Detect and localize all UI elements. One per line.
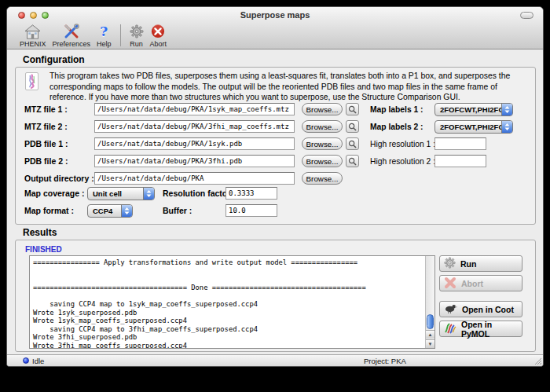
pymol-ribbon-icon [444,322,456,335]
status-indicator-icon [23,357,29,364]
pdb-file-2-row: PDB file 2 : Browse... [24,154,359,168]
toolbar-toggle-button[interactable] [520,12,534,19]
app-window: Superpose maps PHENIX Preferences ? Help [6,6,544,367]
results-heading: Results [23,227,57,238]
resolution-factor-label: Resolution factor : [163,189,226,198]
toolbar-separator [120,24,121,46]
map-format-row: Map format : CCP4 Buffer : [24,203,277,218]
console-text: ================ Apply transformations a… [30,256,425,348]
question-mark-icon: ? [100,24,108,39]
run-button-label: Run [460,259,476,269]
pdb-file-1-browse-button[interactable]: Browse... [302,137,343,150]
map-coverage-label: Map coverage : [24,189,87,198]
high-resolution-1-row: High resolution 1 : [370,137,486,151]
console-scrollbar[interactable]: ▲ ▼ [425,256,434,348]
title-bar[interactable]: Superpose maps [7,7,543,23]
tools-icon [64,24,79,39]
map-labels-2-label: Map labels 2 : [370,123,434,131]
map-labels-2-dropdown[interactable]: 2FOFCWT,PHI2FOF... [434,120,513,134]
mtz-file-1-input[interactable] [94,103,295,115]
buffer-input[interactable] [226,204,277,217]
mtz-file-1-browse-button[interactable]: Browse... [302,103,343,115]
coot-bird-icon [444,303,457,315]
abort-cross-icon [444,277,456,291]
map-format-value: CCP4 [93,207,112,215]
open-in-coot-label: Open in Coot [462,305,514,314]
status-text: Idle [32,357,44,365]
high-resolution-1-label: High resolution 1 : [370,140,434,148]
map-format-dropdown[interactable]: CCP4 [87,204,133,218]
high-resolution-2-row: High resolution 2 : [370,154,486,168]
gear-icon [444,257,456,270]
output-directory-browse-button[interactable]: Browse... [302,172,343,185]
pdb-file-2-input[interactable] [94,155,295,167]
magnifier-icon[interactable] [346,155,359,167]
map-labels-1-dropdown[interactable]: 2FOFCWT,PHI2FOF... [434,103,513,116]
results-panel: FINISHED ================ Apply transfor… [15,240,536,352]
mtz-file-2-browse-button[interactable]: Browse... [302,120,343,133]
mtz-file-2-row: MTZ file 2 : Browse... [24,119,359,134]
open-in-pymol-button[interactable]: Open in PyMOL [439,321,522,337]
chevron-updown-icon [501,104,512,115]
toolbar-run-button[interactable]: Run [126,23,147,48]
open-in-coot-button[interactable]: Open in Coot [439,301,522,317]
scroll-down-button[interactable]: ▼ [426,339,434,348]
chevron-updown-icon [143,188,154,200]
toolbar-preferences-label: Preferences [53,40,91,48]
mtz-file-1-label: MTZ file 1 : [24,104,94,114]
magnifier-icon[interactable] [346,137,359,150]
toolbar-help-button[interactable]: ? Help [94,23,115,48]
abort-icon [151,24,165,39]
resolution-factor-input[interactable] [226,187,277,200]
output-directory-row: Output directory : Browse... [24,171,343,185]
configuration-panel: This program takes two PDB files, superp… [15,67,536,225]
map-labels-2-row: Map labels 2 : 2FOFCWT,PHI2FOF... [370,119,513,134]
resize-grip[interactable] [534,357,541,365]
window-title: Superpose maps [7,10,543,20]
buffer-label: Buffer : [163,206,226,215]
gear-icon [130,24,144,39]
toolbar-phenix-label: PHENIX [20,40,46,48]
protein-ribbon-icon [25,72,38,90]
pdb-file-2-label: PDB file 2 : [24,156,94,166]
run-button[interactable]: Run [439,255,522,272]
toolbar-abort-label: Abort [150,40,167,48]
open-in-pymol-label: Open in PyMOL [461,320,522,339]
configuration-heading: Configuration [23,54,85,65]
mtz-file-1-row: MTZ file 1 : Browse... [24,102,359,116]
high-resolution-2-label: High resolution 2 : [370,157,434,166]
main-content: Configuration This program takes two PDB… [7,50,543,354]
high-resolution-2-input[interactable] [434,155,486,167]
scrollbar-thumb[interactable] [427,314,434,329]
toolbar: PHENIX Preferences ? Help Run [7,23,543,49]
magnifier-icon[interactable] [346,103,359,115]
map-labels-1-row: Map labels 1 : 2FOFCWT,PHI2FOF... [370,102,513,116]
output-directory-label: Output directory : [24,174,94,183]
toolbar-help-label: Help [97,40,112,48]
map-coverage-row: Map coverage : Unit cell Resolution fact… [24,186,277,200]
project-label: Project: PKA [364,357,406,365]
pdb-file-1-input[interactable] [94,137,295,150]
magnifier-icon[interactable] [346,120,359,133]
pdb-file-1-row: PDB file 1 : Browse... [24,137,359,151]
status-badge: FINISHED [25,245,62,254]
output-directory-input[interactable] [94,172,295,185]
map-format-label: Map format : [24,206,87,215]
mtz-file-2-input[interactable] [94,120,295,133]
pdb-file-2-browse-button[interactable]: Browse... [302,155,343,167]
abort-button-label: Abort [461,279,483,288]
toolbar-run-label: Run [130,40,143,48]
map-labels-1-label: Map labels 1 : [370,105,434,114]
toolbar-phenix-button[interactable]: PHENIX [16,23,50,48]
abort-button[interactable]: Abort [439,275,522,291]
status-bar: Idle Project: PKA [7,354,543,366]
window-chrome: Superpose maps PHENIX Preferences ? Help [7,7,543,49]
map-coverage-dropdown[interactable]: Unit cell [87,187,155,200]
chevron-updown-icon [121,205,132,217]
console-output[interactable]: ================ Apply transformations a… [29,255,435,349]
scroll-up-button[interactable]: ▲ [426,330,434,339]
high-resolution-1-input[interactable] [434,137,486,150]
toolbar-preferences-button[interactable]: Preferences [50,23,94,48]
map-coverage-value: Unit cell [93,189,122,198]
toolbar-abort-button[interactable]: Abort [147,23,170,48]
